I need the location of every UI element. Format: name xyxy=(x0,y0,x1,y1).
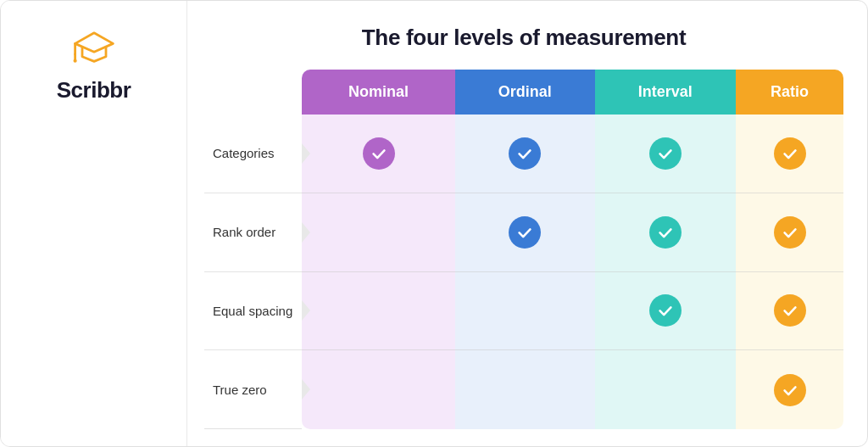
cell-r0-c3 xyxy=(736,115,843,193)
check-circle-icon xyxy=(363,137,395,170)
logo-area: Scribbr xyxy=(57,25,131,103)
main-container: Scribbr The four levels of measurement N… xyxy=(0,0,868,447)
check-circle-icon xyxy=(649,137,682,170)
svg-point-2 xyxy=(73,59,76,63)
cell-r1-c3 xyxy=(736,193,843,272)
header-interval: Interval xyxy=(595,70,737,115)
logo-text: Scribbr xyxy=(57,77,131,103)
cell-r0-c0 xyxy=(302,115,455,193)
cell-r2-c0 xyxy=(302,272,455,351)
scribbr-logo-icon xyxy=(70,25,118,72)
svg-marker-0 xyxy=(75,33,113,52)
cell-r0-c1 xyxy=(455,115,594,193)
header-nominal: Nominal xyxy=(302,70,455,115)
header-empty xyxy=(204,70,302,115)
cell-r2-c3 xyxy=(736,272,843,351)
cell-r3-c3 xyxy=(736,350,843,429)
check-circle-icon xyxy=(774,216,806,249)
cell-r0-c2 xyxy=(595,115,737,193)
row-label-1: Rank order xyxy=(204,193,302,272)
table-row: Equal spacing xyxy=(204,272,843,351)
cell-r2-c2 xyxy=(595,272,737,351)
row-label-0: Categories xyxy=(204,115,302,193)
cell-r3-c1 xyxy=(455,350,594,429)
page-title: The four levels of measurement xyxy=(204,25,843,51)
check-circle-icon xyxy=(509,137,541,170)
check-circle-icon xyxy=(774,294,806,327)
check-circle-icon xyxy=(649,216,682,249)
cell-r2-c1 xyxy=(455,272,594,351)
check-circle-icon xyxy=(649,294,682,327)
table-row: Rank order xyxy=(204,193,843,272)
header-ratio: Ratio xyxy=(736,70,843,115)
cell-r1-c2 xyxy=(595,193,737,272)
cell-r3-c2 xyxy=(595,350,737,429)
main-content: The four levels of measurement Nominal O… xyxy=(187,1,867,446)
row-label-3: True zero xyxy=(204,350,302,429)
header-ordinal: Ordinal xyxy=(455,70,594,115)
sidebar: Scribbr xyxy=(1,1,187,446)
cell-r1-c1 xyxy=(455,193,594,272)
check-circle-icon xyxy=(774,137,806,170)
row-label-2: Equal spacing xyxy=(204,272,302,351)
cell-r1-c0 xyxy=(302,193,455,272)
measurement-table: Nominal Ordinal Interval Ratio Categorie… xyxy=(204,70,843,429)
table-row: True zero xyxy=(204,350,843,429)
table-row: Categories xyxy=(204,115,843,193)
check-circle-icon xyxy=(509,216,541,249)
check-circle-icon xyxy=(774,374,806,406)
cell-r3-c0 xyxy=(302,350,455,429)
